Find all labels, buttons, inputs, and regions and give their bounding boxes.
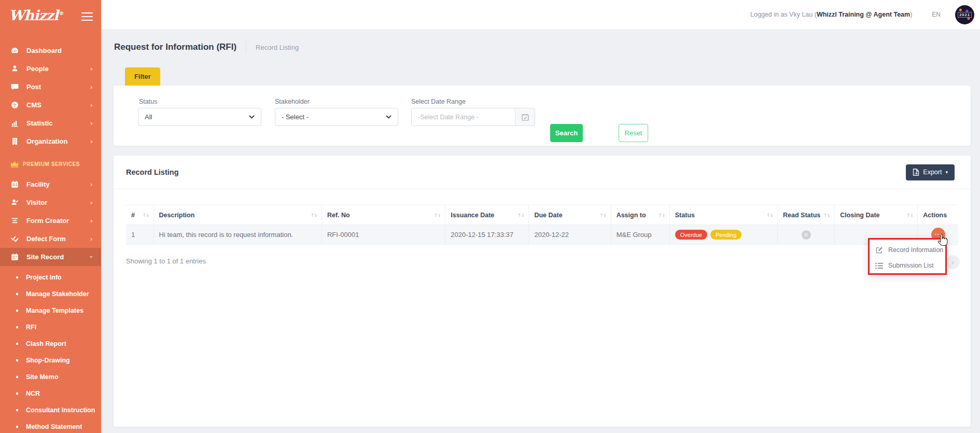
premium-services-header: PREMIUM SERVICES	[0, 159, 101, 169]
sidebar-item-post[interactable]: Post ›	[0, 78, 101, 96]
filter-tab[interactable]: Filter	[125, 67, 160, 86]
sidebar-subitem-method-statement[interactable]: Method Statement	[0, 418, 101, 433]
export-button[interactable]: Export ▾	[906, 164, 955, 180]
chevron-right-icon: ›	[90, 217, 93, 225]
sidebar-item-cms[interactable]: ? CMS ›	[0, 96, 101, 114]
col-header-issuance-date[interactable]: Issuance Date↑↓	[445, 205, 529, 225]
pagination-next-button[interactable]: ›	[946, 255, 960, 269]
col-header-description[interactable]: Description↑↓	[153, 205, 321, 225]
sidebar-item-label: Post	[26, 83, 41, 91]
sidebar-item-facility[interactable]: Facility ›	[0, 175, 101, 193]
sidebar-nav: Dashboard People › Post › ? CMS › Statis…	[0, 41, 101, 433]
premium-services-label: PREMIUM SERVICES	[23, 161, 80, 167]
col-header-assign-to[interactable]: Assign to↑↓	[611, 205, 669, 225]
sidebar-subitem-consultant-instruction[interactable]: Consultant Instruction	[0, 402, 101, 418]
status-select[interactable]: All	[138, 108, 261, 126]
cell-due-date: 2020-12-22	[529, 225, 611, 245]
record-listing-title: Record Listing	[126, 168, 179, 176]
sidebar-item-visitor[interactable]: Visitor ›	[0, 193, 101, 212]
cell-read-status: ×	[778, 225, 835, 245]
avatar[interactable]: 2021	[955, 5, 974, 24]
sidebar-item-form-creator[interactable]: Form Creator ›	[0, 212, 101, 230]
logged-in-text: Logged in as Vky Lau (Whizzl Training @ …	[750, 11, 912, 18]
sidebar-subitem-site-memo[interactable]: Site Memo	[0, 369, 101, 385]
sidebar-item-site-record[interactable]: Site Record ›	[0, 248, 101, 266]
stakeholder-label: Stakeholder	[275, 98, 310, 105]
cell-ref-no: RFI-00001	[321, 225, 445, 245]
statistic-icon	[10, 119, 19, 128]
sidebar-subitem-manage-stakeholder[interactable]: Manage Stakeholder	[0, 286, 101, 302]
col-header-status[interactable]: Status↑↓	[669, 205, 777, 225]
sidebar-header: Whizzl®	[0, 0, 101, 23]
sidebar-subitem-manage-templates[interactable]: Manage Templates	[0, 302, 101, 319]
sort-icon[interactable]: ↑↓	[823, 213, 830, 218]
menu-item-label: Submission List	[888, 262, 934, 269]
chevron-right-icon: ›	[90, 137, 93, 145]
stakeholder-select[interactable]: - Select -	[275, 108, 398, 126]
status-badge-overdue: Overdue	[675, 230, 707, 240]
menu-toggle-icon[interactable]	[81, 12, 93, 23]
language-selector[interactable]: EN	[932, 11, 941, 18]
sort-icon[interactable]: ↑↓	[311, 213, 317, 218]
sidebar-item-label: Visitor	[26, 199, 47, 206]
sidebar-item-statistic[interactable]: Statistic ›	[0, 114, 101, 132]
sort-icon[interactable]: ↑↓	[142, 213, 149, 218]
sidebar-subitem-ncr[interactable]: NCR	[0, 385, 101, 402]
breadcrumb: Record Listing	[256, 44, 299, 51]
sidebar-item-label: People	[26, 65, 49, 73]
sidebar-item-organization[interactable]: Organization ›	[0, 132, 101, 150]
sidebar-item-label: Site Record	[26, 253, 64, 261]
sidebar-item-dashboard[interactable]: Dashboard	[0, 41, 101, 60]
topbar: Logged in as Vky Lau (Whizzl Training @ …	[101, 0, 980, 30]
reset-button[interactable]: Reset	[619, 124, 648, 142]
sidebar-subitem-rfi[interactable]: RFI	[0, 319, 101, 336]
menu-item-submission-list[interactable]: Submission List	[870, 258, 945, 273]
subitem-label: Shop-Drawing	[26, 357, 70, 364]
sort-icon[interactable]: ↑↓	[906, 213, 913, 218]
crown-icon	[10, 161, 19, 167]
sidebar-item-label: Facility	[26, 180, 50, 188]
logged-in-team: Whizzl Training @ Agent Team	[817, 11, 910, 18]
chevron-down-icon: ›	[88, 256, 95, 258]
sidebar-subitem-shop-drawing[interactable]: Shop-Drawing	[0, 352, 101, 369]
sidebar-item-people[interactable]: People ›	[0, 60, 101, 78]
sort-icon[interactable]: ↑↓	[766, 213, 773, 218]
sort-icon[interactable]: ↑↓	[600, 213, 607, 218]
col-header-read-status[interactable]: Read Status↑↓	[778, 205, 835, 225]
sidebar-item-defect-form[interactable]: Defect Form ›	[0, 230, 101, 248]
export-file-icon	[913, 169, 919, 176]
menu-item-record-information[interactable]: Record Information	[870, 242, 945, 258]
subitem-label: NCR	[26, 390, 40, 397]
sort-icon[interactable]: ↑↓	[517, 213, 524, 218]
bullet-icon	[16, 426, 18, 428]
chevron-right-icon: ›	[90, 180, 93, 188]
record-listing-header: Record Listing Export ▾	[114, 156, 971, 189]
page-title: Request for Information (RFI)	[114, 42, 236, 52]
form-creator-icon	[10, 216, 19, 225]
sort-icon[interactable]: ↑↓	[434, 213, 441, 218]
col-header-ref-no[interactable]: Ref. No↑↓	[321, 205, 445, 225]
search-button[interactable]: Search	[550, 124, 583, 142]
sidebar-item-label: Form Creator	[26, 217, 69, 225]
sidebar-subitem-project-info[interactable]: Project Info	[0, 269, 101, 286]
col-header-due-date[interactable]: Due Date↑↓	[529, 205, 611, 225]
sort-icon[interactable]: ↑↓	[659, 213, 665, 218]
chevron-down-icon: ▾	[945, 170, 948, 175]
people-icon	[10, 64, 19, 73]
col-header-num[interactable]: #↑↓	[126, 205, 153, 225]
edit-icon	[875, 246, 883, 254]
col-header-closing-date[interactable]: Closing Date↑↓	[835, 205, 918, 225]
calendar-button[interactable]	[515, 108, 535, 125]
unread-icon: ×	[802, 230, 811, 240]
bullet-icon	[16, 276, 18, 278]
record-listing-panel: Record Listing Export ▾ #↑↓ Description↑	[114, 156, 971, 427]
date-range-label: Select Date Range	[411, 98, 466, 105]
page-header: Request for Information (RFI) Record Lis…	[114, 40, 299, 54]
entries-summary: Showing 1 to 1 of 1 entries	[126, 257, 206, 265]
chevron-right-icon: ›	[90, 119, 93, 127]
whizzl-logo[interactable]: Whizzl®	[9, 7, 63, 23]
sidebar-subitem-clash-report[interactable]: Clash Report	[0, 336, 101, 352]
bullet-icon	[16, 326, 18, 328]
organization-icon	[10, 137, 19, 146]
date-range-input[interactable]	[412, 108, 515, 125]
